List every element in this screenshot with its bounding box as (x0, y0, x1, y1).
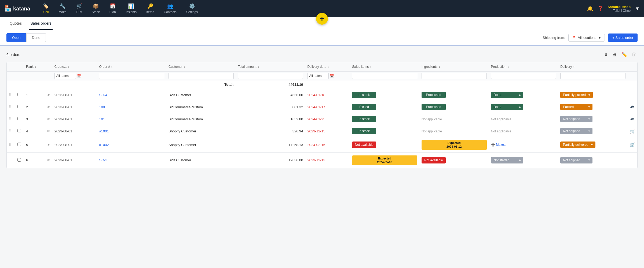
eye-icon-3[interactable]: 👁 (45, 113, 52, 125)
drag-handle[interactable]: ⠿ (7, 152, 15, 168)
logo[interactable]: 🏪 katana (4, 5, 30, 12)
delivery-4[interactable]: Not shipped ▼ (558, 125, 628, 137)
customer-filter[interactable] (169, 73, 234, 79)
col-ingredients-header: Ingredients ℹ (419, 62, 489, 72)
eye-icon-4[interactable]: 👁 (45, 125, 52, 137)
edit-icon[interactable]: ✏️ (620, 51, 628, 59)
total-filter[interactable] (238, 73, 303, 79)
add-sales-order-button[interactable]: + Sales order (608, 34, 638, 42)
nav-item-contacts[interactable]: 👥 Contacts (159, 1, 181, 16)
insights-icon: 📊 (128, 3, 134, 9)
delivery-3[interactable]: Not shipped ▼ (558, 113, 628, 125)
delivery-label-2: Packed (563, 105, 574, 109)
sales-items-2[interactable]: Picked (350, 101, 419, 113)
sales-items-5[interactable]: Not available (350, 137, 419, 153)
nav-item-buy[interactable]: 🛒 Buy (72, 1, 86, 16)
order-num-3[interactable]: 101 (97, 113, 166, 125)
print-icon[interactable]: 🖨 (611, 51, 618, 59)
created-4: 2023-08-01 (52, 125, 97, 137)
rank-5: 5 (24, 137, 45, 153)
orders-table: Rank ℹ Create... ℹ Order # ℹ Customer ℹ (7, 62, 637, 168)
production-5[interactable]: ➕ Make... (489, 137, 558, 153)
make-link-5[interactable]: ➕ Make... (491, 143, 556, 147)
ingredients-filter[interactable] (422, 73, 487, 79)
sales-items-4[interactable]: In stock (350, 125, 419, 137)
row-checkbox-6[interactable] (15, 152, 24, 168)
eye-icon-5[interactable]: 👁 (45, 137, 52, 153)
row-checkbox-5[interactable] (15, 137, 24, 153)
production-6[interactable]: Not started ▶ (489, 152, 558, 168)
total-2: 881.32 (236, 101, 305, 113)
delivery-5[interactable]: Partially delivered ▼ (558, 137, 628, 153)
col-sales-items-header: Sales items ℹ (350, 62, 419, 72)
table-row: ⠿ 2 👁 2023-08-01 100 BigCommerce custom … (7, 101, 637, 113)
row-checkbox-1[interactable] (15, 89, 24, 101)
nav-item-make[interactable]: 🔧 Make (54, 1, 71, 16)
drag-handle[interactable]: ⠿ (7, 137, 15, 153)
nav-item-sell[interactable]: 🏷️ Sell (39, 1, 53, 16)
delivery-2[interactable]: Packed ▼ (558, 101, 628, 113)
bigcommerce-icon-2: 🛍 (630, 105, 634, 109)
help-icon[interactable]: ❓ (597, 6, 603, 12)
col-check (15, 62, 24, 72)
nav-item-plan[interactable]: 📅 Plan (105, 1, 120, 16)
nav-label-make: Make (58, 10, 66, 14)
calendar-icon[interactable]: 📅 (77, 74, 81, 78)
nav-label-items: Items (146, 10, 154, 14)
tab-quotes[interactable]: Quotes (9, 17, 23, 30)
delivery-6[interactable]: Not shipped ▼ (558, 152, 628, 168)
delivery-dropdown-1: ▼ (588, 94, 591, 96)
filter-tab-done[interactable]: Done (26, 33, 46, 42)
order-num-5[interactable]: #1002 (97, 137, 166, 153)
drag-handle[interactable]: ⠿ (7, 101, 15, 113)
tab-sales-orders[interactable]: Sales orders (29, 17, 53, 30)
ingredients-2[interactable]: Processed (419, 101, 489, 113)
created-date-filter[interactable] (54, 73, 76, 79)
eye-icon-2[interactable]: 👁 (45, 101, 52, 113)
user-dropdown-arrow[interactable]: ▼ (635, 6, 640, 12)
nav-item-settings[interactable]: ⚙️ Settings (182, 1, 202, 16)
ingredients-1[interactable]: Processed (419, 89, 489, 101)
sales-items-filter[interactable] (352, 73, 417, 79)
filter-tab-open[interactable]: Open (6, 33, 26, 42)
order-num-1[interactable]: SO-4 (97, 89, 166, 101)
production-2[interactable]: Done ▶ (489, 101, 558, 113)
delivery-filter[interactable] (560, 73, 625, 79)
row-checkbox-4[interactable] (15, 125, 24, 137)
order-num-2[interactable]: 100 (97, 101, 166, 113)
order-num-6[interactable]: SO-3 (97, 152, 166, 168)
sales-items-1[interactable]: In stock (350, 89, 419, 101)
nav-item-insights[interactable]: 📊 Insights (121, 1, 141, 16)
drag-handle[interactable]: ⠿ (7, 113, 15, 125)
download-icon[interactable]: ⬇ (603, 51, 609, 59)
delivery-date-filter[interactable] (307, 73, 329, 79)
delete-icon[interactable]: 🗑 (631, 51, 638, 59)
sales-items-3[interactable]: In stock (350, 113, 419, 125)
nav-item-stock[interactable]: 📦 Stock (87, 1, 104, 16)
created-3: 2023-08-01 (52, 113, 97, 125)
row-checkbox-3[interactable] (15, 113, 24, 125)
delivery-1[interactable]: Partially packed ▼ (558, 89, 628, 101)
order-num-4[interactable]: #1001 (97, 125, 166, 137)
col-delivery-date-header: Delivery de... ℹ (305, 62, 350, 72)
nav-item-items[interactable]: 🔑 Items (142, 1, 158, 16)
col-delivery-header: Delivery ℹ (558, 62, 628, 72)
drag-handle[interactable]: ⠿ (7, 125, 15, 137)
row-checkbox-2[interactable] (15, 101, 24, 113)
notifications-icon[interactable]: 🔔 (587, 6, 593, 12)
production-1[interactable]: Done ▶ (489, 89, 558, 101)
add-button-circle[interactable]: + (316, 13, 328, 25)
location-select[interactable]: 📍 All locations ▼ (568, 34, 605, 42)
order-filter[interactable] (99, 73, 164, 79)
buy-icon: 🛒 (76, 3, 82, 9)
table-filter-row: 📅 📅 (7, 72, 637, 80)
rank-6: 6 (24, 152, 45, 168)
eye-icon-1[interactable]: 👁 (45, 89, 52, 101)
row-icon-3: 🛍 (628, 113, 637, 125)
eye-icon-6[interactable]: 👁 (45, 152, 52, 168)
delivery-calendar-icon[interactable]: 📅 (330, 74, 334, 78)
drag-handle[interactable]: ⠿ (7, 89, 15, 101)
ingredients-6[interactable]: Not available (419, 152, 489, 168)
customer-5: Shopify Customer (166, 137, 236, 153)
production-filter[interactable] (491, 73, 556, 79)
